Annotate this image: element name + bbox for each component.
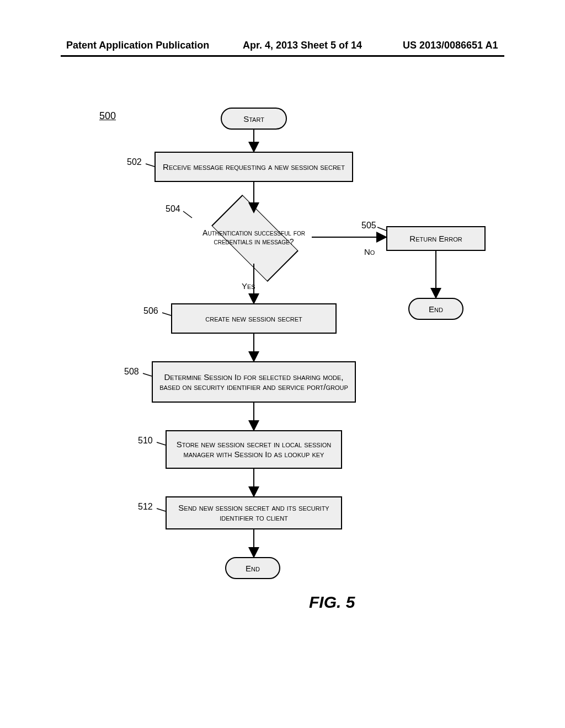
page-header: Patent Application Publication Apr. 4, 2… [0, 40, 565, 56]
terminator-start-label: Start [243, 114, 264, 124]
header-right: US 2013/0086651 A1 [403, 40, 498, 51]
header-left: Patent Application Publication [66, 40, 209, 51]
process-502: Receive message requesting a new session… [154, 152, 353, 182]
ref-512-text: 512 [138, 502, 153, 511]
process-510: Store new session secret in local sessio… [166, 430, 342, 469]
svg-line-11 [377, 227, 386, 231]
decision-504-text: Authentication successful for credential… [177, 199, 331, 276]
patent-page: Patent Application Publication Apr. 4, 2… [0, 0, 565, 728]
svg-line-13 [143, 373, 152, 376]
ref-508: 508 [124, 367, 139, 377]
svg-line-12 [162, 313, 171, 315]
terminator-start: Start [221, 108, 287, 130]
terminator-end-right: End [408, 298, 463, 320]
ref-512: 512 [138, 502, 153, 512]
ref-506: 506 [143, 306, 158, 316]
process-505: Return Error [386, 226, 486, 251]
process-502-text: Receive message requesting a new session… [163, 162, 345, 172]
header-rule [61, 55, 504, 57]
ref-504: 504 [166, 204, 180, 214]
edge-yes: Yes [242, 281, 255, 291]
process-512-text: Send new session secret and its security… [171, 503, 337, 523]
ref-506-text: 506 [143, 306, 158, 315]
terminator-end-right-label: End [429, 304, 443, 314]
process-506: create new session secret [171, 303, 337, 334]
svg-line-15 [157, 508, 166, 511]
process-512: Send new session secret and its security… [166, 496, 342, 529]
process-506-text: create new session secret [205, 314, 302, 324]
terminator-end-label: End [246, 564, 260, 573]
ref-510: 510 [138, 436, 153, 446]
svg-line-9 [146, 164, 154, 167]
ref-505-text: 505 [361, 221, 376, 230]
process-510-text: Store new session secret in local sessio… [171, 440, 337, 459]
ref-504-text: 504 [166, 204, 180, 213]
process-505-text: Return Error [409, 234, 462, 244]
diagram-ref-500: 500 [99, 110, 116, 122]
process-508: Determine Session Id for selected sharin… [152, 361, 356, 403]
decision-504: Authentication successful for credential… [177, 199, 331, 276]
svg-line-14 [157, 442, 166, 445]
flowchart-canvas: 500 Start Receive message requesting a n… [0, 99, 565, 651]
header-center: Apr. 4, 2013 Sheet 5 of 14 [243, 40, 362, 51]
ref-502: 502 [127, 157, 142, 167]
terminator-end: End [225, 557, 280, 579]
ref-508-text: 508 [124, 367, 139, 376]
ref-505: 505 [361, 221, 376, 231]
process-508-text: Determine Session Id for selected sharin… [157, 372, 350, 392]
figure-caption: FIG. 5 [309, 593, 355, 612]
ref-502-text: 502 [127, 157, 142, 167]
ref-510-text: 510 [138, 436, 153, 445]
edge-no: No [364, 247, 375, 256]
